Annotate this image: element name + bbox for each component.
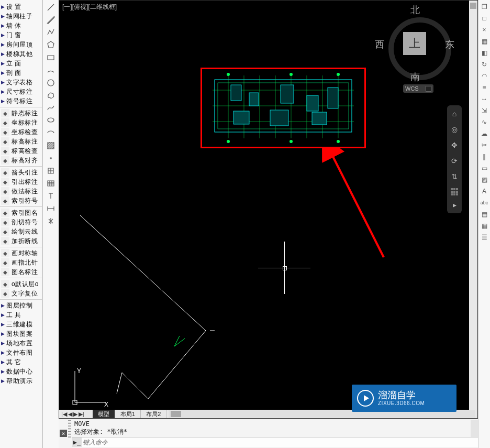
menu-item-3-2[interactable]: ◆绘制云线 — [0, 227, 42, 236]
menu-item-3-3[interactable]: ◆加折断线 — [0, 236, 42, 246]
nav-play-icon[interactable]: ▸ — [448, 199, 461, 211]
compass-center[interactable]: 上 — [403, 32, 426, 55]
menu-item-6-5[interactable]: ▶文件布图 — [0, 348, 42, 357]
compass-east[interactable]: 东 — [445, 38, 454, 51]
command-grip[interactable] — [68, 420, 71, 438]
menu-item-2-2[interactable]: ◆做法标注 — [0, 187, 42, 196]
block-tool[interactable] — [46, 166, 56, 176]
menu-item-1-2[interactable]: ◆坐标检查 — [0, 127, 42, 137]
menu-item-2-1[interactable]: ◆引出标注 — [0, 177, 42, 187]
menu-item-0-9[interactable]: ▶尺寸标注 — [0, 87, 42, 96]
tab-next-icon[interactable]: ▶ — [73, 411, 77, 418]
menu-item-0-1[interactable]: ▶轴网柱子 — [0, 12, 42, 21]
wcs-indicator[interactable]: WCS — [403, 84, 433, 93]
menu-item-0-8[interactable]: ▶文字表格 — [0, 78, 42, 87]
menu-item-0-7[interactable]: ▶剖 面 — [0, 68, 42, 78]
right-layer-icon[interactable]: ☰ — [480, 233, 489, 242]
polygon-tool[interactable] — [46, 40, 56, 50]
right-cycle-icon[interactable]: ↻ — [480, 60, 489, 69]
menu-item-4-2[interactable]: ◆图名标注 — [0, 267, 42, 277]
compass-north[interactable]: 北 — [410, 4, 420, 16]
compass-west[interactable]: 西 — [375, 38, 384, 51]
right-grid-icon[interactable]: ▦ — [480, 37, 489, 46]
command-prompt-icon[interactable]: ▶_ — [72, 438, 82, 447]
wcs-dropdown-icon[interactable] — [426, 86, 431, 92]
revision-cloud-tool[interactable] — [46, 90, 56, 101]
menu-item-1-4[interactable]: ◆标高检查 — [0, 146, 42, 156]
menu-item-6-7[interactable]: ▶数据中心 — [0, 367, 42, 376]
arc-tool[interactable] — [46, 65, 56, 75]
close-command-button[interactable]: × — [60, 430, 67, 437]
nav-show-motion-icon[interactable]: ⇅ — [448, 170, 461, 183]
ellipse-tool[interactable] — [46, 115, 56, 126]
tab-first-icon[interactable]: |◀ — [61, 411, 67, 418]
right-trim-icon[interactable]: ✂ — [480, 140, 489, 150]
menu-item-1-3[interactable]: ◆标高标注 — [0, 137, 42, 146]
hscroll-thumb[interactable] — [171, 411, 181, 417]
spline-tool[interactable] — [46, 103, 56, 113]
right-text-r-icon[interactable]: A — [480, 187, 489, 196]
nav-wheel-icon[interactable]: ◎ — [448, 123, 461, 136]
viewport-label[interactable]: [一][俯视][二维线框] — [62, 3, 117, 12]
right-field-icon[interactable]: ▤ — [480, 210, 489, 219]
vscroll-thumb[interactable] — [470, 3, 476, 9]
menu-item-0-4[interactable]: ▶房间屋顶 — [0, 40, 42, 49]
tab-prev-icon[interactable]: ◀ — [68, 411, 72, 418]
menu-item-1-1[interactable]: ◆坐标标注 — [0, 118, 42, 127]
table-tool[interactable] — [46, 178, 56, 189]
menu-item-5-0[interactable]: ◆o默认层o — [0, 279, 42, 289]
tab-layout1[interactable]: 布局1 — [115, 410, 141, 418]
nav-home-icon[interactable]: ⌂ — [448, 107, 461, 120]
menu-item-4-1[interactable]: ◆画指北针 — [0, 258, 42, 267]
menu-item-0-0[interactable]: ▶设 置 — [0, 2, 42, 12]
right-restore-icon[interactable]: ❐ — [480, 2, 489, 12]
right-color-icon[interactable]: ◧ — [480, 48, 489, 58]
menu-item-6-2[interactable]: ▶三维建模 — [0, 320, 42, 329]
menu-item-0-10[interactable]: ▶符号标注 — [0, 96, 42, 106]
right-dims-icon[interactable]: ↔ — [480, 94, 489, 104]
command-scrollbar[interactable] — [471, 420, 478, 437]
right-region-icon[interactable]: ▭ — [480, 163, 489, 173]
menu-item-1-5[interactable]: ◆标高对齐 — [0, 156, 42, 165]
right-abc-icon[interactable]: abc — [480, 198, 489, 207]
dimension-tool[interactable] — [46, 203, 56, 214]
right-table-r-icon[interactable]: ▦ — [480, 221, 489, 231]
command-input[interactable] — [82, 438, 478, 446]
menu-item-0-2[interactable]: ▶墙 体 — [0, 21, 42, 30]
nav-orbit-icon[interactable]: ⟳ — [448, 155, 461, 167]
menu-item-0-5[interactable]: ▶楼梯其他 — [0, 49, 42, 59]
menu-item-6-3[interactable]: ▶图块图案 — [0, 329, 42, 338]
menu-item-5-1[interactable]: ◆文字复位 — [0, 289, 42, 298]
menu-item-1-0[interactable]: ◆静态标注 — [0, 108, 42, 118]
point-tool[interactable] — [46, 153, 56, 163]
vertical-scrollbar[interactable] — [469, 1, 477, 410]
menu-item-6-8[interactable]: ▶帮助演示 — [0, 376, 42, 386]
drawing-viewport[interactable]: [一][俯视][二维线框] 上 北 南 东 西 WCS ⌂◎✥⟳⇅▸ — [59, 0, 478, 419]
right-hatch-r-icon[interactable]: ▨ — [480, 175, 489, 184]
right-segments-icon[interactable]: ≡ — [480, 83, 489, 92]
tab-layout2[interactable]: 布局2 — [141, 410, 166, 418]
right-extend-icon[interactable]: ⇲ — [480, 106, 489, 115]
nav-options-icon[interactable] — [451, 188, 458, 195]
menu-item-6-1[interactable]: ▶工 具 — [0, 310, 42, 320]
ellipse-arc-tool[interactable] — [46, 128, 56, 138]
menu-item-6-4[interactable]: ▶场地布置 — [0, 338, 42, 348]
line-tool[interactable] — [46, 2, 56, 13]
nav-pan-icon[interactable]: ✥ — [448, 139, 461, 151]
menu-item-0-6[interactable]: ▶立 面 — [0, 59, 42, 68]
menu-item-6-6[interactable]: ▶其 它 — [0, 357, 42, 367]
menu-item-4-0[interactable]: ◆画对称轴 — [0, 248, 42, 258]
mirror-tool[interactable] — [46, 216, 56, 226]
menu-item-0-3[interactable]: ▶门 窗 — [0, 30, 42, 40]
right-offset-icon[interactable]: ‖ — [480, 152, 489, 161]
polyline-tool[interactable] — [46, 27, 56, 38]
hatch-tool[interactable] — [46, 140, 56, 151]
tab-model[interactable]: 模型 — [93, 410, 115, 418]
right-curve-icon[interactable]: ∿ — [480, 117, 489, 127]
right-maximize-icon[interactable]: □ — [480, 14, 489, 23]
right-close-icon[interactable]: × — [480, 25, 489, 35]
right-arc-opt-icon[interactable]: ◠ — [480, 71, 489, 81]
view-compass[interactable]: 上 北 南 东 西 — [378, 7, 451, 80]
text-tool[interactable] — [46, 191, 56, 201]
menu-item-3-0[interactable]: ◆索引图名 — [0, 208, 42, 217]
